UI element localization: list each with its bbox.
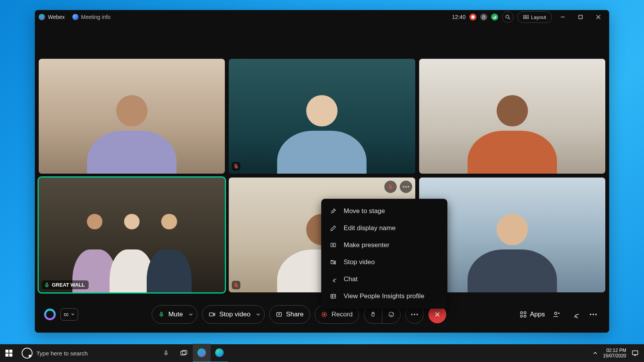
apps-label: Apps xyxy=(530,311,545,318)
participant-tile-3[interactable] xyxy=(419,59,605,174)
video-placeholder xyxy=(39,59,225,174)
share-label: Share xyxy=(286,311,303,318)
webex-icon xyxy=(197,348,206,357)
mute-button[interactable]: Mute xyxy=(152,305,197,324)
recording-indicator-icon[interactable] xyxy=(469,14,476,20)
close-icon xyxy=(434,311,441,318)
apps-button[interactable]: Apps xyxy=(520,311,545,318)
svg-rect-31 xyxy=(524,315,526,317)
svg-point-26 xyxy=(414,314,415,315)
stop-video-button[interactable]: Stop video xyxy=(202,305,265,324)
taskbar-mic-button[interactable] xyxy=(157,344,175,362)
mic-off-icon xyxy=(233,282,239,288)
participant-tile-1[interactable] xyxy=(39,59,225,174)
chat-panel-button[interactable] xyxy=(568,307,582,321)
close-button[interactable] xyxy=(591,10,605,24)
svg-rect-20 xyxy=(209,313,213,316)
taskbar-time: 02:12 PM xyxy=(603,348,626,353)
ctx-move-to-stage[interactable]: Move to stage xyxy=(321,203,447,220)
network-indicator-icon[interactable] xyxy=(491,14,498,20)
svg-point-35 xyxy=(595,314,597,315)
emoji-icon xyxy=(388,311,394,318)
ctx-label: Stop video xyxy=(344,258,375,266)
ctx-stop-video[interactable]: Stop video xyxy=(321,254,447,271)
minimize-button[interactable] xyxy=(556,10,570,24)
tile-more-button[interactable] xyxy=(400,181,412,193)
task-view-icon xyxy=(180,350,188,356)
tile-toggle-mute-button[interactable] xyxy=(384,181,397,193)
ctx-people-insights[interactable]: View People Insights profile xyxy=(321,288,447,305)
svg-rect-4 xyxy=(495,16,496,19)
camera-icon xyxy=(209,311,216,318)
search-icon xyxy=(505,14,510,20)
search-button[interactable] xyxy=(502,11,514,23)
ctx-make-presenter[interactable]: Make presenter xyxy=(321,237,447,254)
taskbar-search[interactable]: Type here to search xyxy=(18,344,157,362)
meeting-time: 12:40 xyxy=(452,14,466,20)
taskbar-clock[interactable]: 02:12 PM 15/07/2020 xyxy=(603,348,626,359)
self-avatar-icon[interactable] xyxy=(44,309,56,320)
webex-window: Webex Meeting info 12:40 xyxy=(35,10,609,333)
ctx-label: Make presenter xyxy=(344,241,389,249)
notifications-button[interactable] xyxy=(632,350,639,357)
lock-indicator-icon[interactable] xyxy=(480,14,487,20)
ctx-edit-display-name[interactable]: Edit display name xyxy=(321,220,447,237)
presenter-icon xyxy=(330,242,337,249)
participant-tile-2[interactable] xyxy=(229,59,415,174)
chevron-up-icon xyxy=(593,351,598,355)
stop-video-label: Stop video xyxy=(219,311,250,318)
tray-chevron[interactable] xyxy=(593,351,598,355)
start-button[interactable] xyxy=(0,344,18,362)
ctx-chat[interactable]: Chat xyxy=(321,271,447,288)
record-icon xyxy=(321,311,327,318)
search-placeholder: Type here to search xyxy=(36,350,88,357)
svg-point-27 xyxy=(416,314,418,315)
more-icon xyxy=(403,186,409,188)
panel-more-button[interactable] xyxy=(587,311,600,318)
ctx-label: View People Insights profile xyxy=(344,292,425,300)
svg-rect-1 xyxy=(483,17,485,19)
camera-off-icon xyxy=(330,259,337,266)
svg-rect-19 xyxy=(161,312,162,315)
mic-off-icon xyxy=(233,164,239,169)
svg-point-13 xyxy=(408,186,409,188)
participants-button[interactable] xyxy=(550,307,564,321)
svg-rect-29 xyxy=(524,312,526,314)
maximize-button[interactable] xyxy=(574,10,587,24)
chevron-down-icon xyxy=(256,312,260,317)
participant-context-menu: Move to stage Edit display name Make pre… xyxy=(321,199,447,309)
svg-point-0 xyxy=(471,15,474,19)
pin-icon xyxy=(330,208,337,215)
mic-on-icon xyxy=(44,282,50,288)
mute-indicator xyxy=(232,281,240,289)
taskbar-app-edge[interactable] xyxy=(211,344,228,362)
mute-label: Mute xyxy=(168,311,183,318)
more-icon xyxy=(590,314,597,315)
closed-captions-button[interactable]: cc xyxy=(60,308,78,321)
meeting-info-button[interactable]: Meeting info xyxy=(72,14,110,20)
windows-logo-icon xyxy=(5,350,12,357)
brand: Webex xyxy=(39,14,65,20)
titlebar: Webex Meeting info 12:40 xyxy=(35,10,609,24)
svg-rect-16 xyxy=(331,261,334,264)
ctx-label: Chat xyxy=(344,275,358,283)
svg-point-33 xyxy=(590,314,591,315)
ctx-label: Edit display name xyxy=(344,224,396,232)
pencil-icon xyxy=(330,225,337,232)
svg-point-34 xyxy=(593,314,594,315)
svg-point-23 xyxy=(323,313,325,316)
share-button[interactable]: Share xyxy=(269,305,310,324)
edge-icon xyxy=(215,348,224,357)
participant-tile-4-self[interactable]: GREAT WALL xyxy=(39,178,225,292)
layout-button[interactable]: Layout xyxy=(517,11,552,23)
svg-rect-17 xyxy=(331,294,336,298)
task-view-button[interactable] xyxy=(175,344,193,362)
video-options-button[interactable] xyxy=(256,312,260,317)
self-label: GREAT WALL xyxy=(42,280,89,289)
meeting-info-label: Meeting info xyxy=(81,14,110,20)
ctx-label: Move to stage xyxy=(344,207,385,215)
mute-options-button[interactable] xyxy=(188,312,193,317)
chat-icon xyxy=(330,276,337,283)
taskbar-app-webex[interactable] xyxy=(193,344,211,362)
record-label: Record xyxy=(331,311,353,318)
